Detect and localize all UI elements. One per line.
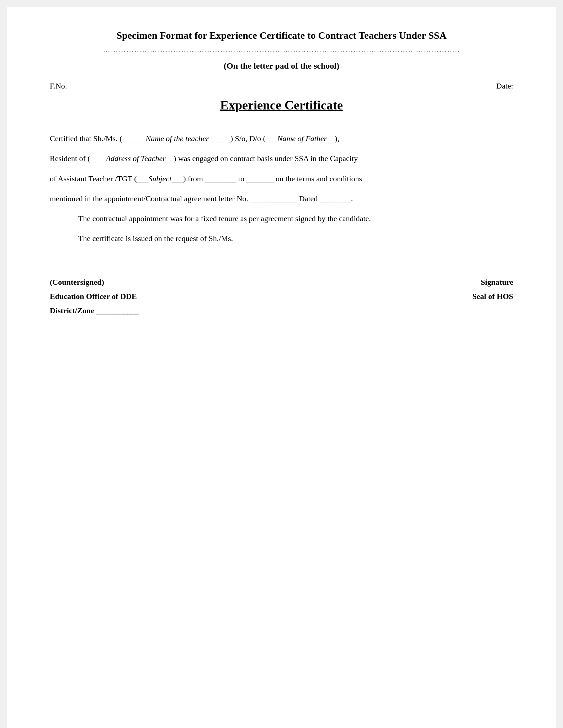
line2b-text: __) was engaged on contract basis under … [166, 154, 358, 163]
line1-text: Certified that Sh./Ms. (______ [50, 134, 145, 143]
dotted-separator: …………………………………………………………………………………………………………… [50, 46, 513, 54]
body-line-1: Certified that Sh./Ms. (______Name of th… [50, 130, 513, 147]
subject-italic: Subject [148, 174, 171, 183]
right-signature-block: Signature Seal of HOS [472, 275, 513, 303]
address-of-teacher-italic: Address of Teacher [106, 154, 166, 163]
body-line-3: of Assistant Teacher /TGT (___Subject___… [50, 171, 513, 187]
left-signature-block: (Countersigned) Education Officer of DDE… [50, 275, 139, 317]
fn-label: F.No. [50, 81, 67, 91]
body-line-5: The contractual appointment was for a fi… [78, 210, 513, 227]
name-of-father-italic: Name of Father [277, 134, 327, 143]
signature-section: (Countersigned) Education Officer of DDE… [50, 275, 513, 317]
district-zone-label: District/Zone ___________ [50, 304, 139, 318]
document-title: Specimen Format for Experience Certifica… [50, 28, 513, 42]
certificate-heading: Experience Certificate [50, 98, 513, 113]
line2a-text: Resident of (____ [50, 154, 106, 163]
letter-pad-note: (On the letter pad of the school) [50, 61, 513, 71]
education-officer-label: Education Officer of DDE [50, 289, 139, 304]
countersigned-label: (Countersigned) [50, 275, 139, 289]
date-label: Date: [496, 81, 513, 91]
name-of-teacher-italic: Name of the teacher [145, 134, 209, 143]
seal-of-hos-label: Seal of HOS [472, 289, 513, 304]
line3-text: of Assistant Teacher /TGT (___ [50, 174, 148, 183]
line3b-text: ___) from ________ to _______ on the ter… [171, 174, 362, 183]
document-page: Specimen Format for Experience Certifica… [7, 7, 556, 728]
body-line-4: mentioned in the appointment/Contractual… [50, 191, 513, 207]
line1b-text: _____) S/o, D/o (___ [209, 134, 277, 143]
body-line-2: Resident of (____Address of Teacher__) w… [50, 150, 513, 167]
line1c-text: __), [327, 134, 339, 143]
signature-label: Signature [472, 275, 513, 289]
body-line-6: The certificate is issued on the request… [78, 230, 513, 247]
fn-date-row: F.No. Date: [50, 81, 513, 91]
